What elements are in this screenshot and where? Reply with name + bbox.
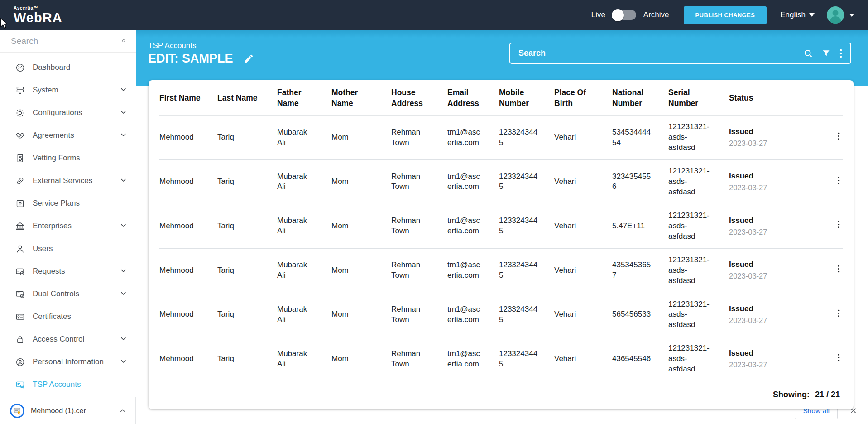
sidebar-item-external-services[interactable]: External Services [0, 169, 136, 192]
chevron-down-icon[interactable] [120, 222, 127, 231]
chevron-up-icon[interactable] [119, 407, 126, 414]
chevron-down-icon[interactable] [120, 177, 127, 185]
cell-last-name: Tariq [217, 116, 277, 160]
user-menu[interactable] [826, 6, 854, 24]
sidebar-item-dashboard[interactable]: Dashboard [0, 56, 136, 79]
top-bar: Ascertia™ WebRA Live Archive PUBLISH CHA… [0, 0, 868, 30]
chevron-down-icon[interactable] [120, 335, 127, 344]
sidebar-item-label: Agreements [33, 131, 74, 140]
cell-house-address: Rehman Town [391, 293, 447, 337]
table-footer: Showing: 21 / 21 [159, 381, 843, 409]
status-badge: Issued [729, 260, 800, 270]
search-icon[interactable] [122, 37, 126, 45]
cell-national-number: 436545546 [612, 337, 668, 381]
status-date: 2023-03-27 [729, 183, 800, 193]
column-header: Status [729, 80, 815, 116]
cell-national-number: 4353453657 [612, 248, 668, 293]
sidebar-item-label: Personal Information [33, 357, 104, 366]
box-arrow-icon [15, 199, 25, 208]
sidebar-nav: DashboardSystemConfigurationsAgreementsV… [0, 53, 136, 396]
cell-place-of-birth: Vehari [554, 116, 612, 160]
dashboard-icon [15, 63, 25, 72]
cell-last-name: Tariq [217, 293, 277, 337]
table-row: MehmoodTariqMubarak AliMomRehman Towntm1… [159, 204, 843, 248]
toggle-knob[interactable] [612, 9, 624, 21]
column-header: National Number [612, 80, 668, 116]
sidebar-item-enterprises[interactable]: Enterprises [0, 215, 136, 237]
sidebar-search-input[interactable] [11, 36, 122, 46]
sidebar-item-label: Access Control [33, 335, 84, 344]
sidebar-item-configurations[interactable]: Configurations [0, 101, 136, 124]
bank-icon [15, 222, 25, 231]
sidebar-item-agreements[interactable]: Agreements [0, 124, 136, 147]
cell-mobile-number: 1233243445 [499, 204, 554, 248]
cell-national-number: 565456533 [612, 293, 668, 337]
chevron-down-icon[interactable] [120, 267, 127, 276]
card-search-icon [15, 380, 25, 390]
cell-first-name: Mehmood [159, 116, 217, 160]
chevron-down-icon [809, 13, 815, 17]
row-kebab-menu-icon[interactable] [815, 337, 843, 381]
cell-mother-name: Mom [331, 248, 391, 293]
status-date: 2023-03-27 [729, 138, 800, 148]
status-badge: Issued [729, 127, 800, 137]
cell-first-name: Mehmood [159, 248, 217, 293]
edit-pencil-icon[interactable] [243, 53, 254, 64]
filter-icon[interactable] [822, 49, 830, 58]
language-label: English [780, 10, 806, 19]
table-search-placeholder: Search [518, 48, 804, 58]
row-kebab-menu-icon[interactable] [815, 116, 843, 160]
chevron-down-icon[interactable] [120, 109, 127, 117]
title-block: TSP Accounts EDIT: SAMPLE [148, 41, 254, 66]
row-kebab-menu-icon[interactable] [815, 248, 843, 293]
sidebar-item-label: System [33, 86, 58, 95]
sidebar-item-label: Certificates [33, 312, 71, 321]
sidebar-item-personal-information[interactable]: Personal Information [0, 351, 136, 373]
cell-house-address: Rehman Town [391, 204, 447, 248]
cell-status: Issued2023-03-27 [729, 248, 815, 293]
cell-first-name: Mehmood [159, 337, 217, 381]
chevron-down-icon[interactable] [120, 86, 127, 95]
row-kebab-menu-icon[interactable] [815, 204, 843, 248]
kebab-menu-icon[interactable] [839, 48, 842, 58]
main-area: TSP Accounts EDIT: SAMPLE Search [136, 30, 868, 397]
sidebar-item-requests[interactable]: Requests [0, 260, 136, 283]
brand-small-label: Ascertia™ [14, 6, 62, 10]
download-item[interactable]: Mehmood (1).cer [0, 397, 136, 424]
language-selector[interactable]: English [780, 10, 815, 19]
sidebar-item-vetting-forms[interactable]: Vetting Forms [0, 147, 136, 169]
live-archive-toggle[interactable] [613, 10, 636, 20]
cell-mobile-number: 1233243445 [499, 160, 554, 204]
column-header: Mother Name [331, 80, 391, 116]
row-kebab-menu-icon[interactable] [815, 293, 843, 337]
shell: DashboardSystemConfigurationsAgreementsV… [0, 30, 868, 397]
chevron-down-icon[interactable] [120, 358, 127, 366]
sidebar-item-system[interactable]: System [0, 79, 136, 101]
sidebar-item-service-plans[interactable]: Service Plans [0, 192, 136, 215]
sidebar-item-certificates[interactable]: Certificates [0, 305, 136, 328]
status-date: 2023-03-27 [729, 315, 800, 325]
sidebar-item-access-control[interactable]: Access Control [0, 328, 136, 351]
cell-house-address: Rehman Town [391, 248, 447, 293]
top-bar-right: Live Archive PUBLISH CHANGES English [591, 6, 854, 24]
gear-icon [15, 108, 25, 118]
sidebar-item-users[interactable]: Users [0, 237, 136, 260]
cell-email-address: tm1@ascertia.com [447, 204, 499, 248]
sidebar-item-dual-controls[interactable]: Dual Controls [0, 283, 136, 305]
column-header-actions [815, 80, 843, 116]
chevron-down-icon[interactable] [120, 290, 127, 299]
chevron-down-icon[interactable] [120, 131, 127, 140]
search-icon[interactable] [804, 49, 813, 58]
cell-father-name: Mubarak Ali [277, 204, 331, 248]
publish-changes-button[interactable]: PUBLISH CHANGES [684, 6, 767, 24]
table-search-box[interactable]: Search [509, 43, 851, 64]
column-header: Place Of Birth [554, 80, 612, 116]
cell-serial-number: 121231321-asds-asfdasd [668, 116, 729, 160]
archive-label: Archive [643, 10, 669, 19]
sidebar-item-label: Dual Controls [33, 289, 79, 299]
sidebar-item-tsp-accounts[interactable]: TSP Accounts [0, 373, 136, 396]
column-header: Last Name [217, 80, 277, 116]
row-kebab-menu-icon[interactable] [815, 160, 843, 204]
cell-mother-name: Mom [331, 160, 391, 204]
cell-place-of-birth: Vehari [554, 293, 612, 337]
